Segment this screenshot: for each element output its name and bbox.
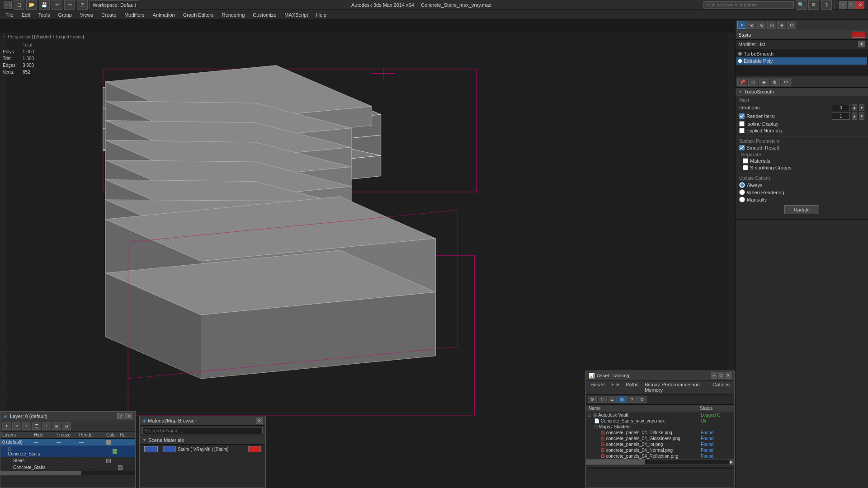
close-btn[interactable]: ✕ <box>856 1 864 9</box>
layer-add-selection-btn[interactable]: + <box>22 422 31 430</box>
ts-materials-checkbox[interactable] <box>743 158 748 164</box>
workspace-dropdown[interactable]: Workspace: Default <box>90 0 139 9</box>
at-row-maps[interactable]: ⊟ Maps / Shaders <box>586 424 734 430</box>
menu-views[interactable]: Views <box>76 11 97 19</box>
tb-btn1[interactable]: ? <box>821 0 832 10</box>
modifier-editable-poly[interactable]: Editable Poly <box>736 57 867 65</box>
layer-row-default[interactable]: 0 (default) — — — <box>0 439 135 446</box>
layer-color-concrete-stairs[interactable] <box>113 449 117 454</box>
at-menu-file[interactable]: File <box>609 381 622 393</box>
layer-delete-btn[interactable]: ✕ <box>12 422 21 430</box>
menu-group[interactable]: Group <box>54 11 75 19</box>
at-close-btn[interactable]: ✕ <box>725 372 731 379</box>
menu-graph-editors[interactable]: Graph Editors <box>179 11 217 19</box>
layer-row-stairs[interactable]: Stairs — — — <box>0 457 135 464</box>
mat-search-input[interactable] <box>142 427 263 434</box>
menu-modifiers[interactable]: Modifiers <box>121 11 148 19</box>
pin-stack-btn[interactable]: 📌 <box>737 78 747 86</box>
at-list-view-btn[interactable]: ☰ <box>608 396 617 403</box>
at-menu-options[interactable]: Options <box>710 381 732 393</box>
configure-sets-btn[interactable]: ⚙ <box>781 78 791 86</box>
save-btn[interactable]: 💾 <box>39 0 50 10</box>
remove-modifier-btn[interactable]: 🗑 <box>770 78 780 86</box>
layer-color-default[interactable] <box>106 440 111 445</box>
menu-edit[interactable]: Edit <box>18 11 34 19</box>
at-maximize-btn[interactable]: □ <box>718 372 724 379</box>
layer-row-concrete-stairs[interactable]: ⊟ Concrete_Stairs — — — <box>0 446 135 457</box>
hierarchy-panel-btn[interactable]: ⊕ <box>757 21 766 29</box>
ts-smoothing-groups-checkbox[interactable] <box>743 165 748 170</box>
menu-help[interactable]: Help <box>312 11 330 19</box>
layer-color-stairs[interactable] <box>106 459 111 463</box>
search-input[interactable] <box>703 1 794 9</box>
ts-render-iters-input[interactable] <box>832 113 850 120</box>
ts-isoline-checkbox[interactable] <box>739 121 745 127</box>
make-unique-btn[interactable]: ◈ <box>759 78 769 86</box>
modifier-list-dropdown-btn[interactable]: ▼ <box>858 41 865 47</box>
at-menu-server[interactable]: Server <box>588 381 608 393</box>
layer-panel-close-btn[interactable]: ✕ <box>125 413 132 419</box>
at-minimize-btn[interactable]: − <box>711 372 717 379</box>
minimize-btn[interactable]: − <box>839 1 847 9</box>
ts-iterations-up[interactable]: ▲ <box>852 104 857 111</box>
at-settings2-btn[interactable]: ⚙ <box>637 396 646 403</box>
ts-iterations-input[interactable] <box>832 104 850 111</box>
at-menu-bitmap[interactable]: Bitmap Performance and Memory <box>642 381 709 393</box>
at-row-diffuse[interactable]: 🖼 concrete_panels_04_Diffuse.png Found <box>586 430 734 436</box>
new-btn[interactable]: ◻ <box>14 0 24 10</box>
turbosmooth-header[interactable]: ▼ TurboSmooth <box>736 88 868 96</box>
layer-scrollbar[interactable] <box>0 471 135 475</box>
layer-select-objects-btn[interactable]: ☰ <box>32 422 41 430</box>
at-row-ior[interactable]: 🖼 concrete_panels_04_ior.png Found <box>586 441 734 447</box>
mat-browser-close-btn[interactable]: ✕ <box>256 418 263 424</box>
modifier-turbosmooth[interactable]: TurboSmooth <box>736 50 867 57</box>
layer-row-concrete-stairs-obj[interactable]: Concrete_Stairs — — — <box>0 464 135 471</box>
at-scroll-right-btn[interactable]: ▶ <box>729 460 734 465</box>
menu-customize[interactable]: Customize <box>249 11 280 19</box>
search-btn[interactable]: 🔍 <box>796 0 807 10</box>
ts-iterations-down[interactable]: ▼ <box>859 104 864 111</box>
menu-maxscript[interactable]: MAXScript <box>281 11 311 19</box>
layer-new-btn[interactable]: ✦ <box>2 422 11 430</box>
ts-explicit-normals-checkbox[interactable] <box>739 128 745 133</box>
at-row-normal[interactable]: 🖼 concrete_panels_04_Normal.png Found <box>586 447 734 453</box>
motion-panel-btn[interactable]: ◎ <box>767 21 776 29</box>
mat-item-stairs[interactable]: Stairs ( VRayMtl ) [Stairs] <box>140 445 265 454</box>
at-scroll-area[interactable]: ⊟ 🖥 Autodesk Vault Logged C 📄 Concrete_S… <box>586 412 734 459</box>
layer-select-layer-btn[interactable]: ↑ <box>42 422 51 430</box>
undo-btn[interactable]: ↩ <box>52 0 62 10</box>
menu-rendering[interactable]: Rendering <box>218 11 249 19</box>
ts-always-radio[interactable] <box>739 182 745 188</box>
ts-when-rendering-radio[interactable] <box>739 189 745 195</box>
ts-smooth-result-checkbox[interactable] <box>739 145 745 150</box>
redo-btn[interactable]: ↪ <box>64 0 75 10</box>
at-row-max-file[interactable]: 📄 Concrete_Stairs_max_vray.max Ok <box>586 418 734 424</box>
menu-animation[interactable]: Animation <box>149 11 179 19</box>
ts-render-iters-up[interactable]: ▲ <box>852 113 857 120</box>
at-settings-btn[interactable]: ⚙ <box>588 396 597 403</box>
display-panel-btn[interactable]: ◈ <box>777 21 786 29</box>
layer-color-concrete-stairs-obj[interactable] <box>118 465 123 470</box>
ts-render-iters-down[interactable]: ▼ <box>859 113 864 120</box>
hold-btn[interactable]: ⊡ <box>77 0 88 10</box>
modify-panel-btn[interactable]: ⊘ <box>747 21 756 29</box>
at-row-gloss[interactable]: 🖼 concrete_panels_04_Glossiness.png Foun… <box>586 436 734 441</box>
open-btn[interactable]: 📂 <box>26 0 37 10</box>
at-detail-view-btn[interactable]: ⊞ <box>618 396 627 403</box>
utilities-panel-btn[interactable]: ⚙ <box>787 21 796 29</box>
menu-tools[interactable]: Tools <box>35 11 54 19</box>
at-refresh-btn[interactable]: ↻ <box>598 396 607 403</box>
ts-render-iters-checkbox[interactable] <box>739 113 745 119</box>
layer-collapse-btn[interactable]: ⊟ <box>62 422 71 430</box>
maximize-btn[interactable]: □ <box>848 1 856 9</box>
mat-scene-label[interactable]: ▼ Scene Materials <box>140 436 265 445</box>
at-menu-paths[interactable]: Paths <box>623 381 641 393</box>
ts-update-btn[interactable]: Update <box>784 205 819 214</box>
object-name[interactable]: Stairs <box>738 32 852 38</box>
at-row-reflection[interactable]: 🖼 concrete_panels_04_Reflection.png Foun… <box>586 453 734 459</box>
search-settings-btn[interactable]: ⚙ <box>808 0 819 10</box>
show-end-result-btn[interactable]: ◎ <box>748 78 758 86</box>
create-panel-btn[interactable]: ✦ <box>737 21 746 29</box>
at-row-vault[interactable]: ⊟ 🖥 Autodesk Vault Logged C <box>586 412 734 418</box>
layer-panel-help-btn[interactable]: ? <box>117 413 124 419</box>
